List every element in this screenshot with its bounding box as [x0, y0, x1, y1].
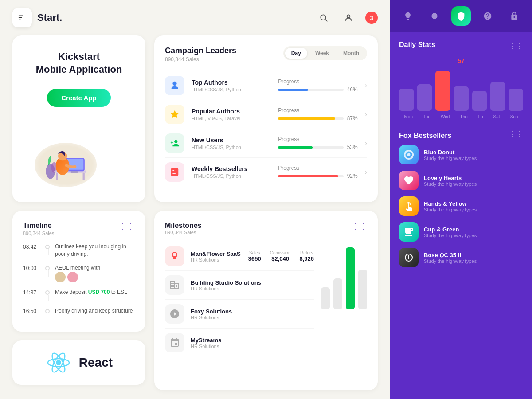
svg-point-3	[321, 15, 326, 20]
sidebar-icon-bulb[interactable]	[398, 6, 418, 26]
ds-bar-tue	[417, 84, 432, 111]
top-authors-arrow[interactable]: ›	[365, 82, 367, 90]
fb-name-blue-donut: Blue Donut	[424, 149, 523, 156]
svg-point-16	[56, 360, 61, 365]
sidebar-icon-record[interactable]	[425, 6, 444, 26]
illustration-person	[39, 129, 92, 183]
building-icon	[165, 275, 184, 295]
svg-point-20	[431, 13, 437, 19]
ms-bar-1	[333, 278, 342, 309]
fb-sub-hands-yellow: Study the highway types	[424, 207, 523, 212]
manflower-stats: Sales $650 Comission $2,040 Refers 8,926	[248, 250, 314, 262]
timeline-dot	[45, 290, 50, 295]
milestones-header: Milestones 890,344 Sales ⋮⋮	[165, 222, 367, 235]
sidebar-icon-lock[interactable]	[505, 6, 524, 26]
fb-sub-blue-donut: Study the highway types	[424, 156, 523, 161]
fox-bestsellers-options[interactable]: ⋮⋮	[509, 130, 523, 138]
popular-authors-arrow[interactable]: ›	[365, 110, 367, 118]
user-icon[interactable]	[340, 10, 356, 26]
logo-icon	[12, 8, 32, 27]
top-authors-icon	[165, 76, 184, 95]
tab-week[interactable]: Week	[309, 48, 335, 59]
fb-img-cup-green	[399, 222, 419, 242]
ds-bar-wed	[435, 71, 450, 111]
new-users-info: New Users HTML/CSS/JS, Python	[192, 137, 271, 150]
fb-item-cup-green: Cup & Green Study the highway types	[399, 222, 523, 242]
campaign-row-top-authors: Top Authors HTML/CSS/JS, Python Progress…	[165, 71, 367, 100]
weekly-arrow[interactable]: ›	[365, 168, 367, 176]
tab-day[interactable]: Day	[285, 48, 307, 59]
daily-stats-options[interactable]: ⋮⋮	[509, 42, 523, 50]
fb-item-lovely-hearts: Lovely Hearts Study the highway types	[399, 171, 523, 190]
fb-img-hands-yellow	[399, 196, 419, 216]
campaign-header: Campaign Leaders 890,344 Sales Day Week …	[165, 46, 367, 63]
header-right: 3	[316, 10, 378, 26]
svg-rect-2	[19, 20, 21, 20]
timeline-subtitle: 890,344 Sales	[23, 231, 54, 236]
sidebar: Daily Stats ⋮⋮ 57 Mon Tue	[390, 0, 532, 399]
kickstart-card: Kickstart Mobile Application Create App	[12, 35, 145, 202]
logo-text: Start.	[37, 12, 62, 23]
daily-stats-chart: 57 Mon Tue Wed Thu Fri Sat	[399, 57, 523, 119]
search-icon[interactable]	[316, 10, 332, 26]
fb-name-bose: Bose QC 35 II	[424, 252, 523, 258]
timeline-item-1437: 14:37 Make deposit USD 700 to ESL	[23, 289, 135, 301]
ms-bar-3	[358, 270, 367, 309]
svg-rect-1	[19, 17, 22, 18]
sidebar-icon-help[interactable]	[478, 6, 497, 26]
campaign-row-new-users: New Users HTML/CSS/JS, Python Progress 5…	[165, 129, 367, 158]
timeline-card: Timeline 890,344 Sales ⋮⋮ 08:42 Outlines…	[12, 211, 145, 331]
popular-authors-info: Popular Authors HTML, VueJS, Laravel	[192, 108, 271, 121]
ds-bar-fri	[472, 91, 487, 111]
timeline-options[interactable]: ⋮⋮	[119, 222, 135, 231]
new-users-icon	[165, 133, 184, 153]
svg-rect-13	[70, 172, 78, 173]
avatar-2	[67, 272, 78, 282]
milestone-row-mystreams: MyStreams HR Solutions	[165, 329, 314, 357]
manflower-icon	[165, 246, 184, 266]
milestones-subtitle: 890,344 Sales	[165, 230, 202, 235]
sidebar-content: Daily Stats ⋮⋮ 57 Mon Tue	[390, 32, 532, 399]
fb-name-cup-green: Cup & Green	[424, 226, 523, 233]
milestones-options[interactable]: ⋮⋮	[351, 222, 367, 231]
timeline-item-1000: 10:00 AEOL meeting with	[23, 264, 135, 282]
menu-icon	[17, 13, 27, 23]
timeline-item-1650: 16:50 Poorly driving and keep structure	[23, 307, 135, 315]
popular-authors-icon	[165, 105, 184, 124]
ds-bar-sun	[509, 89, 523, 111]
ds-bar-sat	[490, 82, 505, 111]
fox-bestsellers-title: Fox Bestsellers	[399, 132, 451, 140]
notification-badge[interactable]: 3	[365, 12, 378, 24]
weekly-icon	[165, 162, 184, 182]
fb-img-lovely-hearts	[399, 171, 419, 190]
illustration	[30, 121, 128, 192]
campaign-info: Campaign Leaders 890,344 Sales	[165, 46, 236, 63]
campaign-row-weekly: Weekly Bestsellers HTML/CSS/JS, Python P…	[165, 158, 367, 186]
sidebar-icon-fox[interactable]	[451, 6, 471, 26]
tab-month[interactable]: Month	[337, 48, 365, 59]
timeline-dot	[45, 309, 50, 313]
timeline-dot	[45, 266, 50, 270]
timeline-item-0842: 08:42 Outlines keep you Indulging in poo…	[23, 243, 135, 258]
create-app-button[interactable]: Create App	[47, 89, 110, 107]
fb-name-hands-yellow: Hands & Yellow	[424, 200, 523, 207]
ds-bar-mon	[399, 89, 414, 111]
fb-item-bose: Bose QC 35 II Study the highway types	[399, 248, 523, 267]
react-card: React	[12, 340, 145, 385]
fb-sub-bose: Study the highway types	[424, 258, 523, 264]
top-authors-progress: Progress 46%	[278, 78, 357, 93]
fb-sub-cup-green: Study the highway types	[424, 233, 523, 238]
svg-line-4	[325, 20, 328, 22]
new-users-arrow[interactable]: ›	[365, 139, 367, 147]
header: Start. 3	[0, 0, 390, 35]
svg-point-5	[347, 15, 350, 18]
timeline-title: Timeline	[23, 222, 54, 230]
campaign-card: Campaign Leaders 890,344 Sales Day Week …	[154, 35, 378, 202]
campaign-row-popular-authors: Popular Authors HTML, VueJS, Laravel Pro…	[165, 100, 367, 129]
campaign-tabs: Day Week Month	[283, 46, 367, 60]
top-authors-name: Top Authors	[192, 79, 271, 86]
fb-sub-lovely-hearts: Study the highway types	[424, 181, 523, 187]
timeline-dot	[45, 245, 50, 249]
fb-img-blue-donut	[399, 145, 419, 164]
kickstart-title: Kickstart Mobile Application	[36, 51, 122, 76]
